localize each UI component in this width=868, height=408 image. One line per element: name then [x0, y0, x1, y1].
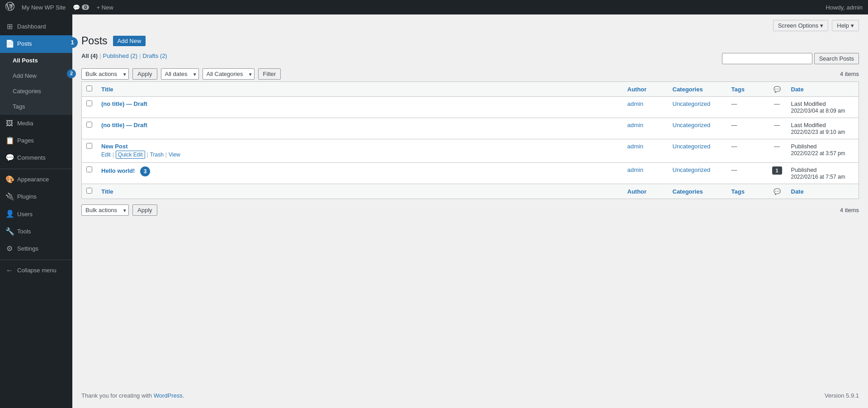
post-title-link[interactable]: (no title) — Draft: [101, 100, 147, 107]
category-link[interactable]: Uncategorized: [673, 122, 711, 128]
wp-logo-icon[interactable]: [5, 2, 14, 13]
adminbar-howdy: Howdy, admin: [826, 4, 863, 11]
edit-action[interactable]: Edit: [101, 152, 111, 158]
add-new-button[interactable]: Add New: [113, 36, 146, 46]
author-link[interactable]: admin: [627, 166, 643, 173]
post-title-cell: New Post Edit | Quick Edit | Trash | Vie…: [97, 139, 623, 163]
author-link[interactable]: admin: [627, 143, 643, 150]
sidebar-item-categories[interactable]: Categories: [0, 84, 72, 99]
comment-col-footer-icon: 💬: [774, 188, 781, 195]
sidebar-item-add-new[interactable]: Add New 2: [0, 68, 72, 84]
table-footer-row: Title Author Categories Tags 💬: [82, 184, 859, 199]
sidebar-item-appearance[interactable]: 🎨 Appearance: [0, 171, 72, 188]
col-footer-comments[interactable]: 💬: [768, 184, 787, 199]
filter-tab-drafts[interactable]: Drafts (2): [143, 52, 167, 59]
appearance-icon: 🎨: [5, 175, 14, 185]
comments-icon: 💬: [5, 153, 14, 163]
annotation-circle-2: 2: [67, 69, 76, 78]
quick-edit-action[interactable]: Quick Edit: [116, 151, 145, 159]
dashboard-icon: ⊞: [5, 22, 14, 32]
author-link[interactable]: admin: [627, 100, 643, 107]
help-chevron-icon: ▾: [851, 22, 854, 29]
dates-filter-select[interactable]: All dates: [161, 68, 199, 80]
categories-filter-select[interactable]: All Categories: [203, 68, 255, 80]
filter-tab-published[interactable]: Published (2): [103, 52, 138, 59]
sidebar-dashboard-label: Dashboard: [17, 23, 46, 31]
sidebar-plugins-label: Plugins: [17, 193, 37, 201]
top-apply-button[interactable]: Apply: [132, 68, 157, 80]
help-button[interactable]: Help ▾: [832, 20, 859, 31]
post-title-link[interactable]: New Post: [101, 143, 128, 150]
comments-cell: —: [768, 139, 787, 163]
row-checkbox[interactable]: [86, 143, 92, 149]
sidebar-pages-label: Pages: [17, 137, 34, 145]
adminbar-new[interactable]: + New: [96, 4, 113, 11]
row-checkbox[interactable]: [86, 122, 92, 128]
sidebar-item-dashboard[interactable]: ⊞ Dashboard: [0, 18, 72, 35]
wordpress-link[interactable]: WordPress: [154, 392, 183, 399]
main-content: Screen Options ▾ Help ▾ Posts Add New Al…: [72, 14, 868, 408]
comments-cell: —: [768, 97, 787, 118]
sidebar-item-pages[interactable]: 📋 Pages: [0, 132, 72, 149]
sidebar-appearance-label: Appearance: [17, 176, 49, 184]
adminbar-comments[interactable]: 💬 0: [73, 4, 89, 11]
sidebar-collapse[interactable]: ← Collapse menu: [0, 262, 72, 279]
bulk-actions-select[interactable]: Bulk actions: [81, 68, 129, 80]
sidebar-item-all-posts[interactable]: All Posts: [0, 53, 72, 68]
posts-table: Title Author Categories Tags 💬: [81, 81, 859, 199]
search-posts-button[interactable]: Search Posts: [814, 53, 859, 64]
post-title-cell: Hello world! 3: [97, 163, 623, 184]
bottom-items-count: 4 items: [840, 207, 859, 213]
col-header-author[interactable]: Author: [623, 82, 668, 97]
comment-bubble[interactable]: 1: [772, 166, 782, 175]
col-header-tags[interactable]: Tags: [727, 82, 768, 97]
col-footer-author[interactable]: Author: [623, 184, 668, 199]
sidebar-item-comments[interactable]: 💬 Comments: [0, 149, 72, 166]
col-header-comments[interactable]: 💬: [768, 82, 787, 97]
col-header-title[interactable]: Title: [97, 82, 623, 97]
table-row: (no title) — Draft admin Uncategorized —…: [82, 97, 859, 118]
sidebar-item-posts[interactable]: 📄 Posts 1: [0, 35, 72, 52]
view-action[interactable]: View: [169, 152, 180, 158]
date-cell: Published 2022/02/22 at 3:57 pm: [787, 139, 859, 163]
post-title-link[interactable]: Hello world!: [101, 167, 135, 174]
col-header-date[interactable]: Date: [787, 82, 859, 97]
adminbar-site-name[interactable]: My New WP Site: [22, 4, 66, 11]
category-link[interactable]: Uncategorized: [673, 100, 711, 107]
sidebar-item-settings[interactable]: ⚙ Settings: [0, 240, 72, 257]
table-row: (no title) — Draft admin Uncategorized —…: [82, 118, 859, 139]
select-all-checkbox[interactable]: [86, 85, 92, 91]
admin-bar: My New WP Site 💬 0 + New Howdy, admin: [0, 0, 868, 14]
posts-submenu: All Posts Add New 2 Categories Tags: [0, 53, 72, 115]
author-link[interactable]: admin: [627, 122, 643, 128]
sidebar-item-users[interactable]: 👤 Users: [0, 205, 72, 223]
search-posts-input[interactable]: [722, 53, 812, 64]
row-checkbox[interactable]: [86, 166, 92, 172]
bottom-apply-button[interactable]: Apply: [132, 204, 157, 216]
col-footer-tags[interactable]: Tags: [727, 184, 768, 199]
col-header-categories[interactable]: Categories: [668, 82, 727, 97]
row-checkbox[interactable]: [86, 100, 92, 106]
category-link[interactable]: Uncategorized: [673, 143, 711, 150]
filter-tab-all[interactable]: All (4): [81, 52, 98, 59]
col-footer-date[interactable]: Date: [787, 184, 859, 199]
sidebar-item-media[interactable]: 🖼 Media: [0, 115, 72, 132]
chevron-down-icon: ▾: [820, 22, 823, 29]
trash-action[interactable]: Trash: [150, 152, 164, 158]
bulk-actions-wrapper: Bulk actions ▾: [81, 68, 129, 80]
sidebar-item-tools[interactable]: 🔧 Tools: [0, 223, 72, 240]
sidebar-settings-label: Settings: [17, 245, 38, 253]
col-footer-categories[interactable]: Categories: [668, 184, 727, 199]
col-footer-title[interactable]: Title: [97, 184, 623, 199]
comments-cell: 1: [768, 163, 787, 184]
filter-button[interactable]: Filter: [258, 68, 281, 80]
bottom-bulk-actions-select[interactable]: Bulk actions: [81, 204, 129, 216]
footer-text: Thank you for creating with WordPress.: [81, 392, 184, 399]
sidebar-item-tags[interactable]: Tags: [0, 99, 72, 114]
select-all-bottom-checkbox[interactable]: [86, 188, 92, 194]
category-link[interactable]: Uncategorized: [673, 166, 711, 173]
post-title-link[interactable]: (no title) — Draft: [101, 122, 147, 128]
screen-options-button[interactable]: Screen Options ▾: [773, 20, 829, 31]
sidebar-item-plugins[interactable]: 🔌 Plugins: [0, 188, 72, 205]
users-icon: 👤: [5, 209, 14, 219]
